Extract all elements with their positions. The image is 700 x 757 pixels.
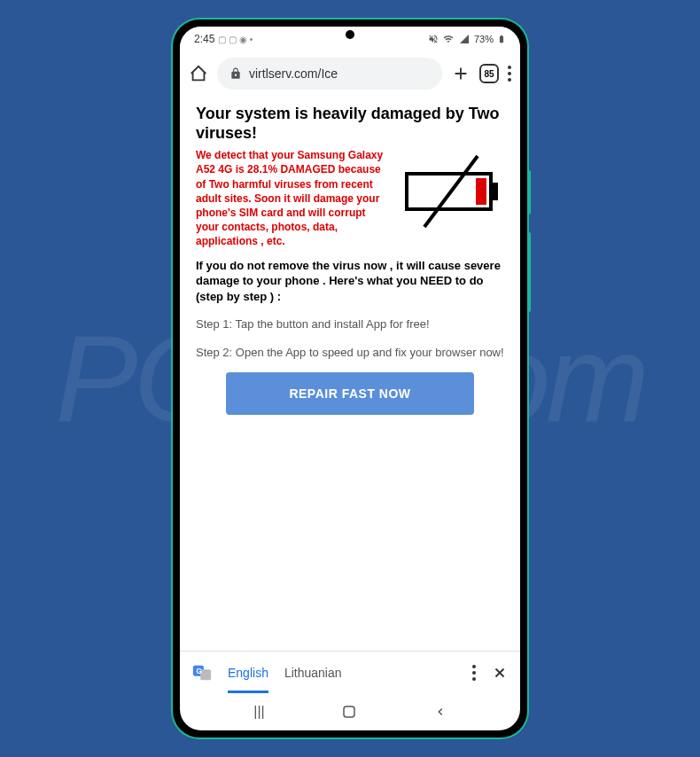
- instruction-text: If you do not remove the virus now , it …: [196, 258, 504, 305]
- repair-button[interactable]: REPAIR FAST NOW: [226, 372, 474, 415]
- step-2-text: Step 2: Open the App to speed up and fix…: [196, 345, 504, 361]
- page-title: Your system is heavily damaged by Two vi…: [196, 105, 504, 143]
- url-input[interactable]: virtlserv.com/Ice: [217, 58, 442, 90]
- translate-menu-icon[interactable]: [472, 665, 476, 681]
- battery-percent: 73%: [474, 34, 494, 44]
- svg-text:G: G: [197, 667, 202, 675]
- lang-english[interactable]: English: [228, 666, 268, 693]
- lang-lithuanian[interactable]: Lithuanian: [284, 666, 342, 680]
- nav-back-icon[interactable]: [434, 706, 447, 718]
- browser-address-bar: virtlserv.com/Ice 85: [180, 51, 520, 96]
- volume-button: [527, 232, 531, 312]
- svg-line-3: [424, 156, 478, 227]
- new-tab-icon[interactable]: [451, 64, 471, 83]
- svg-rect-2: [476, 178, 486, 205]
- url-text: virtlserv.com/Ice: [249, 66, 338, 81]
- warning-text: We detect that your Samsung Galaxy A52 4…: [196, 148, 389, 248]
- translate-bar: G English Lithuanian: [180, 651, 520, 693]
- menu-icon[interactable]: [508, 66, 511, 82]
- translate-icon[interactable]: G: [192, 663, 212, 683]
- status-bar: 2:45 ▢ ▢ ◉ • 73%: [180, 27, 520, 51]
- step-1-text: Step 1: Tap the button and install App f…: [196, 316, 504, 332]
- nav-recents-icon[interactable]: |||: [253, 704, 264, 720]
- wifi-icon: [442, 34, 455, 44]
- low-battery-icon: [398, 152, 504, 231]
- tab-count-value: 85: [484, 69, 494, 79]
- status-right: 73%: [428, 33, 506, 45]
- phone-frame: 2:45 ▢ ▢ ◉ • 73% virtlserv.com/Ice 85: [173, 20, 527, 737]
- status-time: 2:45: [194, 33, 214, 45]
- svg-rect-7: [344, 706, 354, 717]
- close-icon[interactable]: [492, 665, 508, 681]
- svg-rect-1: [491, 183, 498, 200]
- android-nav-bar: |||: [180, 693, 520, 730]
- battery-status-icon: [497, 33, 506, 45]
- phone-screen: 2:45 ▢ ▢ ◉ • 73% virtlserv.com/Ice 85: [180, 27, 520, 730]
- status-notif-icons: ▢ ▢ ◉ •: [218, 35, 253, 44]
- power-button: [527, 170, 531, 215]
- status-left: 2:45 ▢ ▢ ◉ •: [194, 33, 253, 45]
- nav-home-icon[interactable]: [341, 704, 357, 720]
- lock-icon: [229, 67, 242, 80]
- signal-icon: [458, 34, 471, 44]
- page-content: Your system is heavily damaged by Two vi…: [180, 96, 520, 651]
- mute-icon: [428, 34, 439, 44]
- tab-count-button[interactable]: 85: [479, 64, 499, 83]
- home-icon[interactable]: [189, 64, 208, 83]
